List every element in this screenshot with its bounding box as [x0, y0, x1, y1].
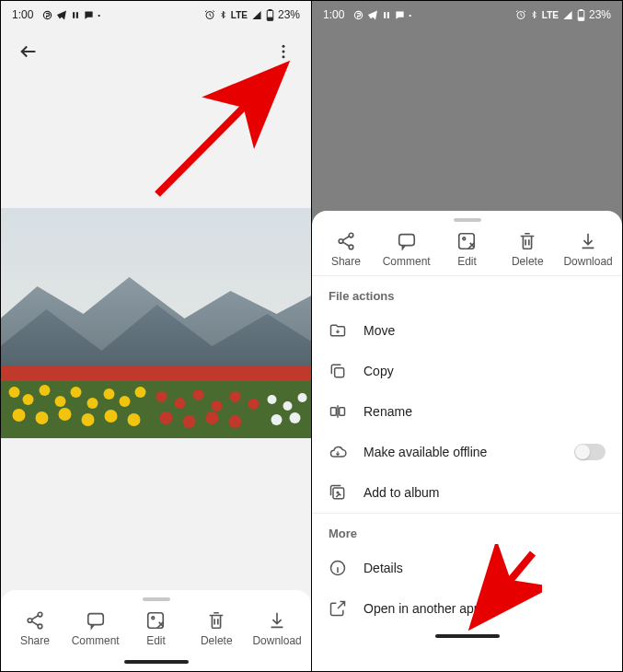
svg-point-31 [212, 400, 223, 411]
battery-icon [266, 9, 274, 21]
offline-row[interactable]: Make available offline [312, 432, 622, 472]
svg-rect-47 [148, 613, 164, 629]
delete-label: Delete [512, 255, 544, 268]
drag-handle[interactable] [143, 597, 170, 601]
edit-label: Edit [146, 634, 166, 647]
edit-button[interactable]: Edit [439, 231, 494, 268]
nav-handle[interactable] [124, 660, 189, 664]
signal-icon [251, 10, 262, 20]
comment-label: Comment [72, 634, 120, 647]
svg-point-13 [9, 387, 20, 398]
open-in-app-label: Open in another app [363, 601, 481, 616]
notif-icon [353, 10, 363, 20]
info-icon [329, 559, 347, 577]
edit-label: Edit [457, 255, 477, 268]
svg-point-41 [271, 414, 283, 425]
annotation-arrow [144, 56, 300, 203]
svg-line-49 [157, 71, 280, 194]
share-button[interactable]: Share [7, 610, 63, 647]
add-to-album-row[interactable]: Add to album [312, 472, 622, 513]
svg-point-24 [59, 408, 72, 421]
svg-point-50 [355, 11, 363, 18]
nav-handle[interactable] [435, 634, 500, 638]
offline-toggle[interactable] [574, 444, 606, 460]
chat-icon [84, 10, 94, 20]
svg-rect-5 [269, 9, 271, 10]
delete-button[interactable]: Delete [500, 231, 555, 268]
download-button[interactable]: Download [560, 231, 616, 268]
share-label: Share [331, 255, 361, 268]
svg-point-9 [283, 55, 285, 58]
rename-label: Rename [363, 404, 412, 419]
svg-point-48 [152, 617, 155, 620]
copy-row[interactable]: Copy [312, 351, 622, 391]
svg-point-34 [160, 411, 173, 424]
alarm-icon [515, 9, 526, 20]
status-time: 1:00 [12, 8, 33, 21]
battery-label: 23% [589, 8, 611, 21]
photo[interactable] [1, 208, 311, 438]
details-row[interactable]: Details [312, 548, 622, 588]
overflow-menu-button[interactable] [269, 37, 298, 66]
svg-rect-1 [73, 12, 75, 18]
status-bar: 1:00 • [1, 1, 311, 29]
svg-point-0 [44, 11, 52, 18]
more-header: More [312, 514, 622, 548]
album-icon [329, 483, 347, 502]
telegram-icon [56, 9, 67, 20]
move-row[interactable]: Move [312, 310, 622, 351]
add-to-album-label: Add to album [363, 485, 440, 500]
svg-rect-56 [579, 17, 583, 20]
dot-icon: • [98, 11, 100, 19]
edit-button[interactable]: Edit [128, 610, 183, 647]
notif-icon [42, 10, 52, 20]
svg-rect-6 [268, 17, 272, 20]
back-button[interactable] [14, 37, 43, 66]
copy-label: Copy [363, 364, 394, 378]
pause-icon [71, 10, 80, 20]
svg-point-26 [105, 410, 118, 423]
open-in-app-row[interactable]: Open in another app [312, 588, 622, 629]
copy-icon [329, 362, 347, 380]
svg-point-27 [128, 413, 141, 426]
details-label: Details [363, 561, 403, 575]
svg-point-33 [248, 399, 260, 410]
share-button[interactable]: Share [318, 231, 374, 268]
svg-point-42 [290, 412, 301, 423]
svg-rect-55 [580, 9, 583, 10]
svg-point-19 [104, 388, 115, 400]
svg-point-67 [337, 492, 339, 493]
status-bar: 1:00 • [312, 1, 622, 29]
comment-button[interactable]: Comment [68, 610, 123, 647]
svg-rect-51 [384, 12, 386, 18]
svg-rect-61 [459, 234, 475, 249]
download-label: Download [252, 634, 301, 647]
svg-point-8 [283, 51, 285, 53]
svg-point-35 [183, 415, 196, 428]
svg-point-28 [156, 391, 167, 402]
file-actions-header: File actions [312, 276, 622, 310]
sheet-toolbar: Share Comment Edit Delete Download [312, 227, 622, 275]
svg-rect-60 [398, 235, 414, 246]
screen-photo-view: 1:00 • [1, 1, 311, 671]
move-icon [329, 321, 347, 340]
alarm-icon [204, 9, 215, 20]
svg-rect-65 [340, 408, 345, 415]
screen-bottom-sheet: 1:00 • [312, 1, 622, 671]
signal-icon [562, 10, 573, 20]
download-label: Download [563, 255, 612, 268]
delete-button[interactable]: Delete [189, 610, 244, 647]
svg-point-14 [23, 394, 34, 405]
svg-point-25 [82, 413, 95, 426]
svg-point-22 [13, 409, 26, 422]
svg-point-18 [87, 398, 98, 409]
offline-label: Make available offline [363, 445, 487, 459]
drag-handle[interactable] [454, 218, 481, 222]
download-button[interactable]: Download [249, 610, 305, 647]
svg-point-7 [283, 45, 285, 48]
svg-rect-52 [387, 12, 389, 18]
rename-row[interactable]: Rename [312, 391, 622, 432]
comment-button[interactable]: Comment [379, 231, 434, 268]
network-label: LTE [231, 10, 248, 20]
dot-icon: • [409, 11, 411, 19]
